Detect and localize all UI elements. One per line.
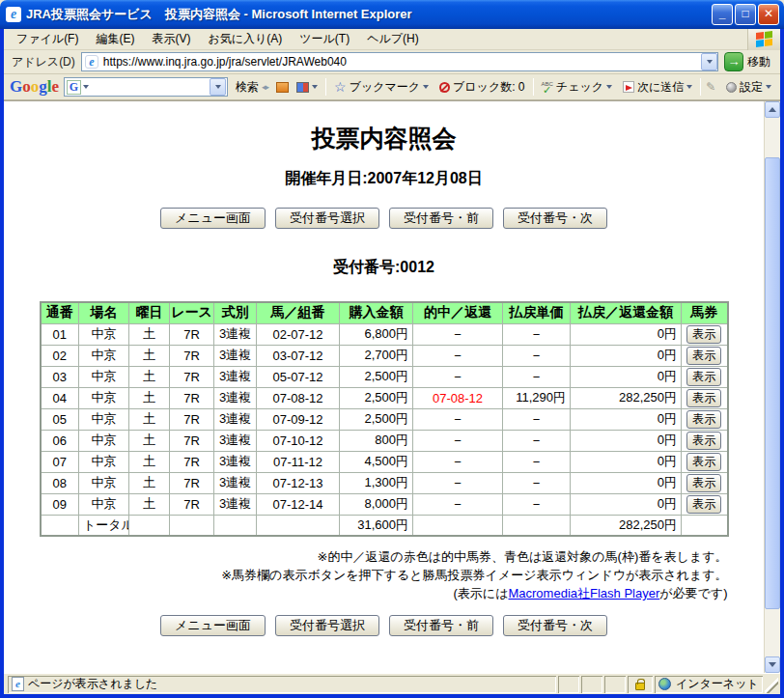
table-row: 08 中京 土 7R 3連複 07-12-13 1,300円 − − 0円 表示: [41, 472, 728, 493]
cell-race: 7R: [170, 472, 214, 493]
cell-unit-payout: −: [503, 408, 571, 430]
cell-numbers: 02-07-12: [257, 323, 340, 345]
address-input[interactable]: [103, 54, 701, 70]
cell-place: 中京: [79, 408, 129, 430]
cell-numbers: 07-11-12: [257, 451, 340, 472]
bookmarks-button[interactable]: ☆ ブックマーク: [331, 77, 432, 98]
cell-payout-amount: 0円: [571, 472, 682, 493]
cell-unit-payout: −: [503, 323, 571, 345]
menu-bar: ファイル(F) 編集(E) 表示(V) お気に入り(A) ツール(T) ヘルプ(…: [4, 29, 780, 50]
google-toolbar: Google G 検索 ◂▸ ☆ ブックマーク: [4, 74, 780, 100]
address-dropdown-button[interactable]: [701, 53, 717, 70]
receipt-next-button-bottom[interactable]: 受付番号・次: [503, 615, 607, 636]
cell-unit-payout: −: [503, 430, 571, 451]
menu-screen-button[interactable]: メニュー画面: [160, 208, 266, 229]
chevron-down-icon: [423, 85, 429, 89]
news-card-icon[interactable]: [276, 82, 289, 93]
event-date: 開催年月日:2007年12月08日: [4, 169, 764, 189]
col-bet-type: 式別: [214, 302, 257, 323]
chevron-down-icon: [686, 85, 692, 89]
menu-tools[interactable]: ツール(T): [291, 29, 358, 49]
cell-bet-type: 3連複: [214, 387, 257, 408]
autofill-pen-icon[interactable]: ✎: [706, 80, 715, 94]
show-ticket-button[interactable]: 表示: [686, 347, 721, 365]
receipt-next-button[interactable]: 受付番号・次: [503, 208, 607, 229]
show-ticket-button[interactable]: 表示: [686, 325, 721, 344]
send-icon: [623, 81, 634, 93]
maximize-button[interactable]: □: [735, 4, 756, 25]
cell-place: 中京: [79, 345, 129, 366]
scrollbar-thumb[interactable]: [765, 157, 780, 609]
col-ticket: 馬券: [682, 302, 728, 323]
table-row: 09 中京 土 7R 3連複 07-12-14 8,000円 − − 0円 表示: [41, 493, 728, 515]
show-ticket-button[interactable]: 表示: [686, 410, 721, 429]
vertical-scrollbar[interactable]: [764, 101, 780, 673]
cell-race: 7R: [170, 408, 214, 430]
chevron-up-icon: [769, 107, 776, 112]
page-icon: e: [85, 55, 98, 69]
popup-blocker-button[interactable]: ブロック数: 0: [436, 77, 527, 98]
cell-serial: 01: [41, 323, 79, 345]
receipt-select-button[interactable]: 受付番号選択: [275, 208, 379, 229]
show-ticket-button[interactable]: 表示: [686, 453, 721, 471]
cell-day: 土: [129, 387, 170, 408]
minimize-button[interactable]: _: [712, 4, 733, 25]
flash-player-link[interactable]: Macromedia社Flash Player: [508, 586, 659, 600]
cell-race: 7R: [170, 323, 214, 345]
cell-race: 7R: [170, 493, 214, 515]
show-ticket-button[interactable]: 表示: [686, 368, 721, 386]
receipt-select-button-bottom[interactable]: 受付番号選択: [275, 615, 379, 636]
cell-ticket: 表示: [682, 430, 728, 451]
menu-help[interactable]: ヘルプ(H): [358, 29, 428, 49]
settings-button[interactable]: 設定: [723, 77, 774, 98]
cell-serial: 08: [41, 472, 79, 493]
menu-view[interactable]: 表示(V): [143, 29, 199, 49]
menu-favorites[interactable]: お気に入り(A): [199, 29, 291, 49]
cell-payout-amount: 0円: [571, 430, 682, 451]
toolbar-separator: [533, 78, 534, 96]
send-to-button[interactable]: 次に送信: [620, 77, 695, 98]
table-header-row: 通番 場名 曜日 レース 式別 馬／組番 購入金額 的中／返還 払戻単価 払戻／…: [41, 302, 728, 323]
cell-ticket: 表示: [682, 472, 728, 493]
show-ticket-button[interactable]: 表示: [686, 495, 721, 514]
go-button[interactable]: →: [724, 52, 743, 71]
scrollbar-track[interactable]: [765, 118, 780, 656]
settings-sphere-icon: [726, 82, 737, 93]
table-body: 01 中京 土 7R 3連複 02-07-12 6,800円 − − 0円 表示…: [41, 323, 728, 515]
show-ticket-button[interactable]: 表示: [686, 474, 721, 492]
cell-numbers: 07-12-14: [257, 493, 340, 515]
cell-place: 中京: [79, 323, 129, 345]
menu-edit[interactable]: 編集(E): [87, 29, 143, 49]
pagerank-button[interactable]: [294, 80, 321, 95]
show-ticket-button[interactable]: 表示: [686, 389, 721, 407]
security-zone-panel: インターネット: [655, 676, 763, 693]
show-ticket-button[interactable]: 表示: [686, 432, 721, 450]
go-label: 移動: [743, 54, 776, 70]
chevron-down-icon: [606, 85, 612, 89]
search-history-dropdown[interactable]: [210, 78, 226, 96]
menu-file[interactable]: ファイル(F): [8, 29, 87, 49]
toolbar-separator: [700, 78, 701, 96]
menu-screen-button-bottom[interactable]: メニュー画面: [160, 615, 266, 636]
cell-race: 7R: [170, 451, 214, 472]
status-message-panel: e ページが表示されました: [8, 676, 556, 693]
windows-logo: [747, 29, 780, 50]
windows-flag-icon: [756, 31, 772, 47]
receipt-prev-button-bottom[interactable]: 受付番号・前: [389, 615, 493, 636]
close-button[interactable]: ✕: [758, 4, 779, 25]
block-icon: [439, 82, 450, 93]
scroll-up-button[interactable]: [765, 101, 780, 118]
cell-hit-return: −: [413, 345, 503, 366]
cell-ticket: 表示: [682, 387, 728, 408]
cell-hit-return: −: [413, 366, 503, 387]
cell-numbers: 07-09-12: [257, 408, 340, 430]
spellcheck-button[interactable]: ABC✓ チェック: [539, 77, 615, 98]
google-search-box[interactable]: G: [64, 77, 228, 97]
cell-serial: 06: [41, 430, 79, 451]
receipt-prev-button[interactable]: 受付番号・前: [389, 208, 493, 229]
resize-grip[interactable]: [765, 676, 778, 693]
col-race: レース: [170, 302, 214, 323]
search-button[interactable]: 検索 ◂▸: [233, 77, 271, 98]
scroll-down-button[interactable]: [765, 656, 780, 673]
cell-place: 中京: [79, 387, 129, 408]
